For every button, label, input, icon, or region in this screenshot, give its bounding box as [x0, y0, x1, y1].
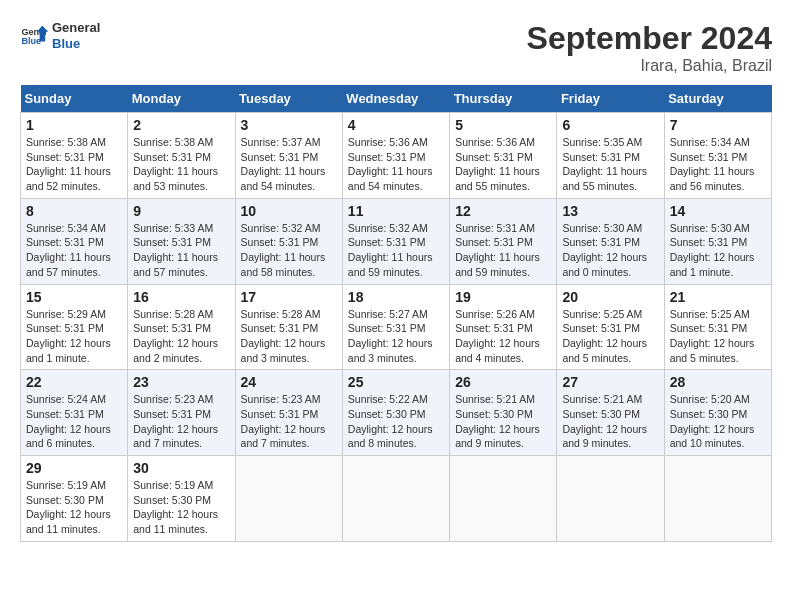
calendar-cell: 17 Sunrise: 5:28 AM Sunset: 5:31 PM Dayl… — [235, 284, 342, 370]
calendar-cell: 15 Sunrise: 5:29 AM Sunset: 5:31 PM Dayl… — [21, 284, 128, 370]
svg-text:Blue: Blue — [21, 36, 41, 46]
day-info: Sunrise: 5:28 AM Sunset: 5:31 PM Dayligh… — [241, 307, 337, 366]
day-number: 25 — [348, 374, 444, 390]
day-info: Sunrise: 5:23 AM Sunset: 5:31 PM Dayligh… — [241, 392, 337, 451]
day-info: Sunrise: 5:28 AM Sunset: 5:31 PM Dayligh… — [133, 307, 229, 366]
day-info: Sunrise: 5:19 AM Sunset: 5:30 PM Dayligh… — [133, 478, 229, 537]
calendar-cell: 27 Sunrise: 5:21 AM Sunset: 5:30 PM Dayl… — [557, 370, 664, 456]
calendar-cell: 16 Sunrise: 5:28 AM Sunset: 5:31 PM Dayl… — [128, 284, 235, 370]
day-number: 28 — [670, 374, 766, 390]
day-info: Sunrise: 5:36 AM Sunset: 5:31 PM Dayligh… — [348, 135, 444, 194]
logo-icon: General Blue — [20, 22, 48, 50]
calendar-cell: 10 Sunrise: 5:32 AM Sunset: 5:31 PM Dayl… — [235, 198, 342, 284]
day-number: 3 — [241, 117, 337, 133]
day-number: 17 — [241, 289, 337, 305]
calendar-cell: 7 Sunrise: 5:34 AM Sunset: 5:31 PM Dayli… — [664, 113, 771, 199]
day-number: 4 — [348, 117, 444, 133]
calendar-cell: 3 Sunrise: 5:37 AM Sunset: 5:31 PM Dayli… — [235, 113, 342, 199]
day-number: 10 — [241, 203, 337, 219]
calendar-week-row: 29 Sunrise: 5:19 AM Sunset: 5:30 PM Dayl… — [21, 456, 772, 542]
calendar-cell: 9 Sunrise: 5:33 AM Sunset: 5:31 PM Dayli… — [128, 198, 235, 284]
calendar-cell: 2 Sunrise: 5:38 AM Sunset: 5:31 PM Dayli… — [128, 113, 235, 199]
day-number: 6 — [562, 117, 658, 133]
col-wednesday: Wednesday — [342, 85, 449, 113]
day-info: Sunrise: 5:38 AM Sunset: 5:31 PM Dayligh… — [26, 135, 122, 194]
day-number: 20 — [562, 289, 658, 305]
day-number: 27 — [562, 374, 658, 390]
calendar-cell: 13 Sunrise: 5:30 AM Sunset: 5:31 PM Dayl… — [557, 198, 664, 284]
day-number: 30 — [133, 460, 229, 476]
calendar-cell: 25 Sunrise: 5:22 AM Sunset: 5:30 PM Dayl… — [342, 370, 449, 456]
day-number: 18 — [348, 289, 444, 305]
day-number: 15 — [26, 289, 122, 305]
calendar-cell: 4 Sunrise: 5:36 AM Sunset: 5:31 PM Dayli… — [342, 113, 449, 199]
day-number: 26 — [455, 374, 551, 390]
calendar-cell: 12 Sunrise: 5:31 AM Sunset: 5:31 PM Dayl… — [450, 198, 557, 284]
logo-blue: Blue — [52, 36, 100, 52]
col-friday: Friday — [557, 85, 664, 113]
day-info: Sunrise: 5:32 AM Sunset: 5:31 PM Dayligh… — [241, 221, 337, 280]
day-info: Sunrise: 5:25 AM Sunset: 5:31 PM Dayligh… — [670, 307, 766, 366]
calendar-week-row: 1 Sunrise: 5:38 AM Sunset: 5:31 PM Dayli… — [21, 113, 772, 199]
day-number: 14 — [670, 203, 766, 219]
day-info: Sunrise: 5:33 AM Sunset: 5:31 PM Dayligh… — [133, 221, 229, 280]
calendar-cell: 21 Sunrise: 5:25 AM Sunset: 5:31 PM Dayl… — [664, 284, 771, 370]
col-saturday: Saturday — [664, 85, 771, 113]
calendar-cell: 23 Sunrise: 5:23 AM Sunset: 5:31 PM Dayl… — [128, 370, 235, 456]
calendar-cell: 5 Sunrise: 5:36 AM Sunset: 5:31 PM Dayli… — [450, 113, 557, 199]
calendar-week-row: 22 Sunrise: 5:24 AM Sunset: 5:31 PM Dayl… — [21, 370, 772, 456]
calendar-cell — [557, 456, 664, 542]
calendar-cell — [664, 456, 771, 542]
day-number: 11 — [348, 203, 444, 219]
day-number: 21 — [670, 289, 766, 305]
page-header: General Blue General Blue September 2024… — [20, 20, 772, 75]
day-info: Sunrise: 5:21 AM Sunset: 5:30 PM Dayligh… — [562, 392, 658, 451]
day-number: 8 — [26, 203, 122, 219]
location-title: Irara, Bahia, Brazil — [527, 57, 772, 75]
day-number: 19 — [455, 289, 551, 305]
calendar-cell: 14 Sunrise: 5:30 AM Sunset: 5:31 PM Dayl… — [664, 198, 771, 284]
day-number: 12 — [455, 203, 551, 219]
calendar-cell: 18 Sunrise: 5:27 AM Sunset: 5:31 PM Dayl… — [342, 284, 449, 370]
calendar-cell: 29 Sunrise: 5:19 AM Sunset: 5:30 PM Dayl… — [21, 456, 128, 542]
day-info: Sunrise: 5:30 AM Sunset: 5:31 PM Dayligh… — [562, 221, 658, 280]
calendar-week-row: 8 Sunrise: 5:34 AM Sunset: 5:31 PM Dayli… — [21, 198, 772, 284]
day-info: Sunrise: 5:38 AM Sunset: 5:31 PM Dayligh… — [133, 135, 229, 194]
day-info: Sunrise: 5:24 AM Sunset: 5:31 PM Dayligh… — [26, 392, 122, 451]
title-block: September 2024 Irara, Bahia, Brazil — [527, 20, 772, 75]
calendar-week-row: 15 Sunrise: 5:29 AM Sunset: 5:31 PM Dayl… — [21, 284, 772, 370]
col-tuesday: Tuesday — [235, 85, 342, 113]
day-info: Sunrise: 5:19 AM Sunset: 5:30 PM Dayligh… — [26, 478, 122, 537]
logo: General Blue General Blue — [20, 20, 100, 51]
calendar-cell: 20 Sunrise: 5:25 AM Sunset: 5:31 PM Dayl… — [557, 284, 664, 370]
day-number: 16 — [133, 289, 229, 305]
calendar-header-row: Sunday Monday Tuesday Wednesday Thursday… — [21, 85, 772, 113]
calendar-cell: 11 Sunrise: 5:32 AM Sunset: 5:31 PM Dayl… — [342, 198, 449, 284]
calendar-cell: 19 Sunrise: 5:26 AM Sunset: 5:31 PM Dayl… — [450, 284, 557, 370]
calendar-cell: 24 Sunrise: 5:23 AM Sunset: 5:31 PM Dayl… — [235, 370, 342, 456]
day-number: 22 — [26, 374, 122, 390]
day-info: Sunrise: 5:23 AM Sunset: 5:31 PM Dayligh… — [133, 392, 229, 451]
calendar-cell: 8 Sunrise: 5:34 AM Sunset: 5:31 PM Dayli… — [21, 198, 128, 284]
calendar-table: Sunday Monday Tuesday Wednesday Thursday… — [20, 85, 772, 542]
day-number: 1 — [26, 117, 122, 133]
day-number: 13 — [562, 203, 658, 219]
day-info: Sunrise: 5:32 AM Sunset: 5:31 PM Dayligh… — [348, 221, 444, 280]
day-number: 9 — [133, 203, 229, 219]
day-info: Sunrise: 5:37 AM Sunset: 5:31 PM Dayligh… — [241, 135, 337, 194]
col-monday: Monday — [128, 85, 235, 113]
day-info: Sunrise: 5:30 AM Sunset: 5:31 PM Dayligh… — [670, 221, 766, 280]
logo-general: General — [52, 20, 100, 36]
day-info: Sunrise: 5:21 AM Sunset: 5:30 PM Dayligh… — [455, 392, 551, 451]
month-title: September 2024 — [527, 20, 772, 57]
calendar-cell: 6 Sunrise: 5:35 AM Sunset: 5:31 PM Dayli… — [557, 113, 664, 199]
col-sunday: Sunday — [21, 85, 128, 113]
day-info: Sunrise: 5:31 AM Sunset: 5:31 PM Dayligh… — [455, 221, 551, 280]
day-info: Sunrise: 5:20 AM Sunset: 5:30 PM Dayligh… — [670, 392, 766, 451]
day-info: Sunrise: 5:29 AM Sunset: 5:31 PM Dayligh… — [26, 307, 122, 366]
day-number: 29 — [26, 460, 122, 476]
day-number: 24 — [241, 374, 337, 390]
day-number: 23 — [133, 374, 229, 390]
calendar-cell — [235, 456, 342, 542]
day-info: Sunrise: 5:34 AM Sunset: 5:31 PM Dayligh… — [670, 135, 766, 194]
